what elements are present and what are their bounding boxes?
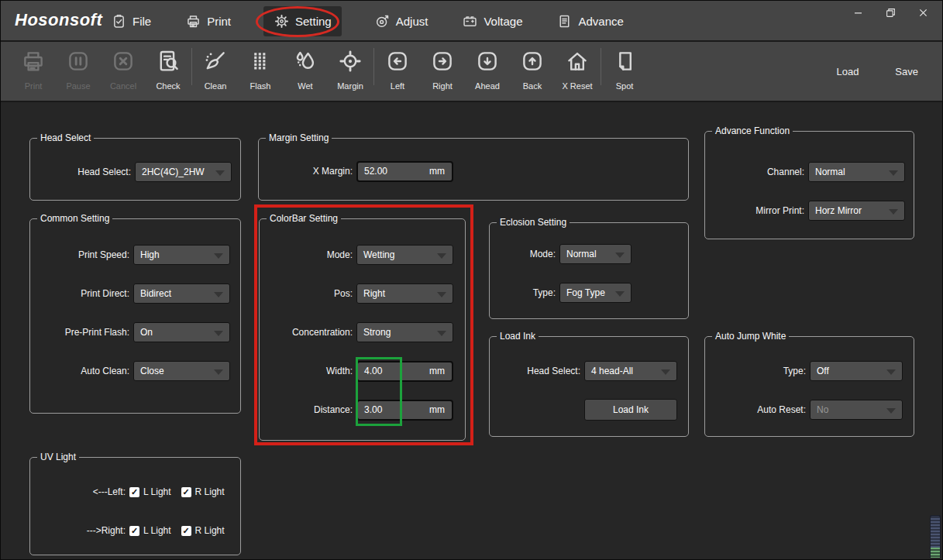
head-select-dropdown[interactable]: 2HC(4C)_2HW [135, 162, 232, 182]
field-row: Type:Off [705, 352, 914, 390]
field-label: X Margin: [259, 166, 353, 177]
menu-item-label: Print [207, 15, 231, 28]
ink-level-ridges [931, 518, 940, 548]
tool-label: Ahead [475, 81, 500, 91]
chevron-down-icon [214, 369, 223, 375]
mirror-print-dropdown[interactable]: Horz Mirror [808, 201, 905, 221]
tool-flash[interactable]: Flash [238, 42, 283, 91]
close-button[interactable] [913, 5, 933, 22]
mode-dropdown[interactable]: Wetting [356, 245, 453, 265]
main-content: Head SelectHead Select:2HC(4C)_2HWMargin… [1, 102, 942, 558]
menu-item-advance[interactable]: Advance [555, 7, 625, 36]
field-label: <---Left: [30, 486, 126, 497]
chevron-down-icon [437, 292, 446, 297]
field-row: Auto Clean:Close [30, 352, 240, 390]
panel-rows: Mode:WettingPos:RightConcentration:Stron… [260, 219, 465, 429]
shower-grid-icon [247, 48, 274, 77]
field-label: Type: [490, 287, 556, 298]
panel-load-ink: Load InkHead Select:4 head-AllLoad Ink [489, 336, 689, 437]
load-button[interactable]: Load [836, 66, 859, 77]
dropdown-value: Fog Type [560, 287, 605, 298]
l-light-checkbox[interactable] [129, 487, 139, 497]
tool-label: Flash [250, 81, 271, 91]
width-input[interactable]: 4.00mm [356, 361, 453, 382]
field-label: --->Right: [30, 525, 126, 536]
check-doc-icon [155, 48, 181, 77]
distance-input[interactable]: 3.00mm [356, 400, 453, 421]
field-row: Pos:Right [260, 274, 465, 313]
tool-margin[interactable]: Margin [328, 42, 373, 91]
arrow-down-squircle-icon [474, 48, 501, 77]
print-speed-dropdown[interactable]: High [133, 245, 230, 265]
minimize-button[interactable] [848, 5, 868, 22]
load-ink-button[interactable]: Load Ink [584, 399, 677, 421]
tool-label: Back [523, 81, 542, 91]
field-row: Pre-Print Flash:On [30, 313, 240, 352]
tool-wet[interactable]: Wet [283, 42, 328, 91]
field-label: Width: [260, 366, 353, 376]
close-icon [917, 7, 929, 22]
concentration-dropdown[interactable]: Strong [356, 322, 453, 342]
channel-dropdown[interactable]: Normal [808, 162, 905, 182]
menu-item-adjust[interactable]: Adjust [373, 7, 430, 36]
field-label: Channel: [705, 167, 804, 177]
menu-item-setting[interactable]: Setting [263, 6, 342, 36]
page-fold-icon [611, 48, 638, 77]
panel-rows: Channel:NormalMirror Print:Horz Mirror [705, 132, 914, 230]
save-button[interactable]: Save [895, 66, 918, 77]
chevron-down-icon [215, 170, 225, 176]
panel-common-setting: Common SettingPrint Speed:HighPrint Dire… [29, 218, 241, 414]
arrow-left-squircle-icon [384, 48, 411, 77]
field-label: Mode: [260, 249, 353, 260]
crosshair-icon [337, 48, 363, 77]
type-dropdown[interactable]: Fog Type [559, 283, 632, 303]
toolbar-items: PrintPauseCancelCheckCleanFlashWetMargin… [11, 42, 647, 91]
restore-button[interactable] [880, 5, 900, 22]
dropdown-value: Bidirect [134, 288, 171, 299]
panel-auto-jump-white: Auto Jump WhiteType:OffAuto Reset:No [704, 336, 914, 437]
menu-item-label: Voltage [484, 15, 522, 28]
mode-dropdown[interactable]: Normal [559, 244, 632, 264]
head-select-dropdown[interactable]: 4 head-All [584, 361, 677, 381]
tool-check[interactable]: Check [146, 42, 191, 91]
tool-right[interactable]: Right [420, 42, 465, 91]
tool-label: Spot [616, 81, 634, 91]
tool-ahead[interactable]: Ahead [465, 42, 510, 91]
tool-left[interactable]: Left [375, 42, 420, 91]
menu-item-voltage[interactable]: Voltage [460, 7, 524, 36]
pause-icon [65, 48, 91, 77]
tool-clean[interactable]: Clean [193, 42, 238, 91]
toolbar-separator [601, 48, 601, 85]
dropdown-value: Wetting [357, 249, 394, 260]
menu-item-file[interactable]: File [109, 7, 153, 36]
field-row: Type:Fog Type [490, 273, 688, 312]
tool-x-reset[interactable]: X Reset [555, 42, 600, 91]
type-dropdown[interactable]: Off [810, 361, 903, 381]
print-direct-dropdown[interactable]: Bidirect [133, 283, 230, 304]
x-margin-input[interactable]: 52.00mm [356, 161, 453, 182]
input-value: 52.00 [358, 166, 387, 177]
pos-dropdown[interactable]: Right [356, 283, 453, 304]
auto-reset-dropdown[interactable]: No [810, 400, 903, 420]
tool-label: Cancel [110, 81, 136, 91]
field-label: Head Select: [490, 366, 580, 376]
dropdown-value: Horz Mirror [809, 205, 862, 216]
window-controls [848, 5, 933, 22]
menu-item-print[interactable]: Print [184, 7, 232, 36]
r-light-checkbox[interactable] [181, 487, 191, 497]
l-light-checkbox[interactable] [129, 526, 139, 536]
panel-eclosion-setting: Eclosion SettingMode:NormalType:Fog Type [489, 222, 689, 319]
r-light-checkbox[interactable] [181, 526, 191, 536]
panel-rows: Head Select:2HC(4C)_2HW [30, 139, 240, 191]
input-value: 4.00 [358, 366, 382, 376]
tool-print: Print [11, 42, 56, 91]
home-icon [564, 48, 590, 77]
document-icon [556, 13, 573, 29]
auto-clean-dropdown[interactable]: Close [133, 361, 230, 381]
pre-print-flash-dropdown[interactable]: On [133, 322, 230, 342]
tool-spot[interactable]: Spot [602, 42, 647, 91]
panel-advance-function: Advance FunctionChannel:NormalMirror Pri… [704, 131, 914, 239]
battery-icon [462, 13, 478, 29]
tool-label: Pause [66, 81, 90, 91]
tool-back[interactable]: Back [510, 42, 555, 91]
